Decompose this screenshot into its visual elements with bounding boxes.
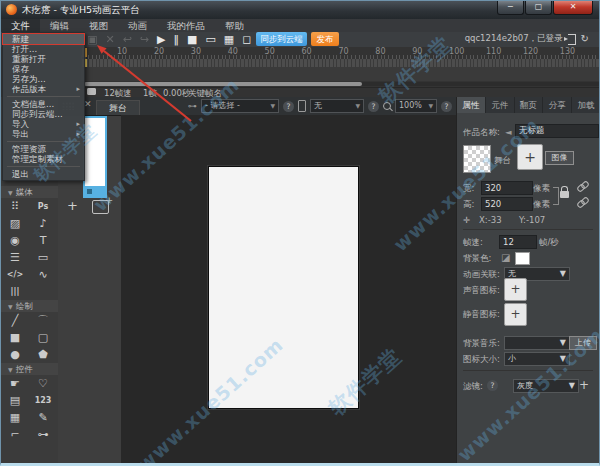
- stop-icon[interactable]: ■: [187, 32, 197, 47]
- paragraph-icon[interactable]: ☰: [10, 249, 20, 266]
- key-icon[interactable]: ⊶: [38, 426, 49, 443]
- file-menu-item-13[interactable]: 管理定制素材: [3, 154, 84, 164]
- zoom-select[interactable]: 100% ▼: [395, 99, 437, 113]
- help-icon[interactable]: ?: [368, 101, 379, 112]
- file-menu-item-5[interactable]: 作品版本▸: [3, 84, 84, 94]
- help-icon[interactable]: ?: [283, 101, 294, 112]
- publish-button[interactable]: 发布: [311, 32, 339, 46]
- tab-翻页[interactable]: 翻页: [515, 97, 544, 113]
- file-menu-item-2[interactable]: 重新打开: [3, 54, 84, 64]
- code-icon[interactable]: </>: [7, 266, 23, 283]
- section-header-1[interactable]: ▼绘制: [1, 300, 58, 312]
- arc-icon[interactable]: ⌒: [38, 312, 49, 329]
- image-icon[interactable]: ▨: [10, 215, 20, 232]
- file-menu-item-12[interactable]: 管理资源: [3, 144, 84, 154]
- lock-ratio-icon[interactable]: [560, 191, 569, 198]
- play-icon[interactable]: ▶: [157, 32, 165, 47]
- menu-item-5[interactable]: 帮助: [215, 19, 254, 32]
- add-mute-icon-button[interactable]: +: [504, 303, 527, 326]
- device-icon[interactable]: ▦: [10, 409, 20, 426]
- preview-icon[interactable]: ▭: [205, 32, 215, 47]
- tab-属性[interactable]: 属性: [457, 97, 486, 113]
- filter-select[interactable]: 灰度 ▼: [513, 379, 579, 393]
- menu-item-2[interactable]: 视图: [79, 19, 118, 32]
- add-sound-icon-button[interactable]: +: [504, 278, 527, 301]
- section-header-0[interactable]: ▼媒体: [1, 186, 58, 198]
- tab-分享[interactable]: 分享: [543, 97, 572, 113]
- add-cover-button[interactable]: +: [517, 144, 543, 170]
- width-input[interactable]: [481, 181, 533, 195]
- add-page-button[interactable]: +: [67, 199, 78, 213]
- help-icon[interactable]: ?: [441, 101, 452, 112]
- link-width-icon[interactable]: [577, 182, 590, 191]
- hook-icon[interactable]: ⌐: [10, 426, 19, 443]
- tab-加载[interactable]: 加载: [572, 97, 600, 113]
- panel-close-icon[interactable]: ✕: [84, 99, 92, 109]
- canvas-area[interactable]: [121, 115, 456, 466]
- add-filter-button[interactable]: +: [579, 378, 589, 392]
- heart-icon[interactable]: ♡: [38, 375, 48, 392]
- menu-item-1[interactable]: 编辑: [40, 19, 79, 32]
- pentagon-icon[interactable]: ⬟: [38, 346, 48, 363]
- device-select[interactable]: 无 ▼: [310, 99, 364, 113]
- maximize-button[interactable]: ▢: [525, 1, 552, 15]
- frame-icon[interactable]: ◻: [242, 32, 251, 47]
- audio-icon[interactable]: ♪: [39, 215, 46, 232]
- pause-icon[interactable]: ‖: [174, 32, 180, 47]
- file-menu-item-3[interactable]: 保存: [3, 64, 84, 74]
- bgcolor-swatch[interactable]: [515, 252, 530, 265]
- project-name-input[interactable]: [515, 124, 599, 138]
- video-icon[interactable]: ◉: [10, 232, 20, 249]
- presentation-icon[interactable]: ▭: [38, 249, 48, 266]
- sync-to-cloud-button[interactable]: 同步到云端: [256, 32, 307, 46]
- upload-button[interactable]: 上传: [569, 336, 597, 350]
- close-button[interactable]: ✕: [553, 1, 593, 15]
- import-page-icon[interactable]: [92, 200, 109, 214]
- refresh-icon[interactable]: ↻: [581, 34, 589, 44]
- music-select[interactable]: ▼: [504, 336, 570, 350]
- numbers-icon[interactable]: 123: [35, 392, 52, 409]
- height-input[interactable]: [481, 197, 533, 211]
- section-header-2[interactable]: ▼控件: [1, 363, 58, 375]
- link-height-icon[interactable]: [577, 198, 590, 207]
- file-menu-item-1[interactable]: 打开...: [3, 44, 84, 54]
- file-menu-item-9[interactable]: 导入▸: [3, 119, 84, 129]
- line-icon[interactable]: ╱: [12, 312, 19, 329]
- photoshop-icon[interactable]: Ps: [38, 198, 48, 215]
- help-icon[interactable]: ?: [487, 380, 498, 391]
- frame-track[interactable]: [81, 59, 600, 67]
- timeline-scrollbar[interactable]: [81, 82, 600, 86]
- menu-item-3[interactable]: 动画: [118, 19, 157, 32]
- icon-size-select[interactable]: 小 ▼: [504, 352, 570, 366]
- file-menu-item-15[interactable]: 退出: [3, 169, 84, 179]
- barcode-icon[interactable]: |||: [11, 283, 20, 300]
- tab-元件[interactable]: 元件: [486, 97, 515, 113]
- qrcode-icon[interactable]: ▦: [224, 32, 234, 47]
- edit-name-icon[interactable]: ◄: [505, 127, 512, 137]
- file-menu-item-8[interactable]: 同步到云端...: [3, 109, 84, 119]
- circle-icon[interactable]: ●: [10, 346, 20, 363]
- fps-input[interactable]: [499, 235, 537, 249]
- stage-artboard[interactable]: [208, 166, 359, 409]
- menu-item-4[interactable]: 我的作品: [157, 19, 215, 32]
- stage-transparency-thumb[interactable]: [463, 145, 491, 173]
- image-button[interactable]: 图像: [545, 151, 574, 165]
- scene-select[interactable]: - 请选择 - ▼: [201, 99, 279, 113]
- rect-icon[interactable]: ■: [10, 329, 20, 346]
- chart-icon[interactable]: ∿: [38, 266, 47, 283]
- tab-stage[interactable]: 舞台: [96, 100, 140, 115]
- menu-item-0[interactable]: 文件: [1, 19, 40, 32]
- text-icon[interactable]: T: [40, 232, 47, 249]
- file-menu-item-0[interactable]: 新建: [3, 34, 84, 44]
- timeline-scrollbar-thumb[interactable]: [84, 82, 362, 86]
- file-menu-item-10[interactable]: 导出▸: [3, 129, 84, 139]
- pen-tag-icon[interactable]: ✎: [38, 409, 47, 426]
- paint-bucket-icon[interactable]: ◪: [501, 252, 510, 263]
- file-menu-item-4[interactable]: 另存为...: [3, 74, 84, 84]
- hand-icon[interactable]: ☛: [10, 375, 20, 392]
- rounded-rect-icon[interactable]: ▢: [38, 329, 48, 346]
- printer-icon[interactable]: ▤: [10, 392, 20, 409]
- file-menu-item-7[interactable]: 文档信息...: [3, 99, 84, 109]
- components-grid-icon[interactable]: ⠿: [11, 198, 19, 215]
- minimize-button[interactable]: ─: [497, 1, 524, 15]
